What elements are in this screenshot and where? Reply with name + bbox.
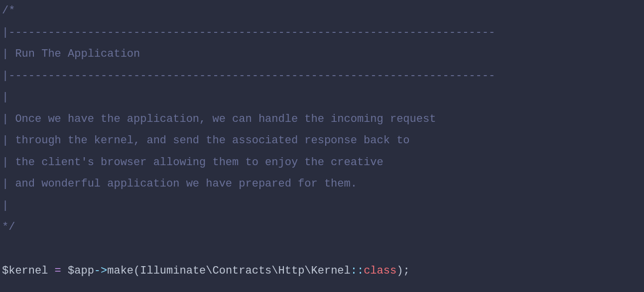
- variable-kernel: $kernel: [2, 265, 48, 277]
- comment-line-3: |---------------------------------------…: [2, 70, 495, 82]
- code-editor-content[interactable]: /* |------------------------------------…: [0, 0, 644, 282]
- arrow-operator: ->: [94, 265, 107, 277]
- comment-line-6: | through the kernel, and send the assoc…: [2, 134, 410, 147]
- method-make: make: [107, 265, 133, 277]
- comment-line-1: |---------------------------------------…: [2, 26, 495, 39]
- comment-close: */: [2, 221, 15, 233]
- left-paren: (: [133, 265, 140, 277]
- comment-line-9: |: [2, 199, 8, 212]
- variable-app: $app: [68, 265, 94, 277]
- keyword-class: class: [364, 265, 396, 277]
- comment-line-5: | Once we have the application, we can h…: [2, 113, 436, 125]
- comment-line-2: | Run The Application: [2, 48, 140, 60]
- scope-operator: ::: [351, 265, 364, 277]
- comment-line-7: | the client's browser allowing them to …: [2, 156, 384, 169]
- comment-open: /*: [2, 4, 15, 17]
- namespace-sep-2: \: [271, 265, 278, 277]
- namespace-illuminate: Illuminate: [140, 265, 206, 277]
- semicolon: ;: [403, 265, 409, 277]
- right-paren: ): [396, 265, 403, 277]
- comment-line-8: | and wonderful application we have prep…: [2, 178, 357, 190]
- namespace-sep-1: \: [206, 265, 212, 277]
- comment-line-4: |: [2, 91, 8, 103]
- namespace-sep-3: \: [304, 265, 311, 277]
- namespace-contracts: Contracts: [213, 265, 272, 277]
- classname-kernel: Kernel: [311, 265, 351, 277]
- namespace-http: Http: [278, 265, 305, 277]
- equals-operator: =: [48, 265, 68, 277]
